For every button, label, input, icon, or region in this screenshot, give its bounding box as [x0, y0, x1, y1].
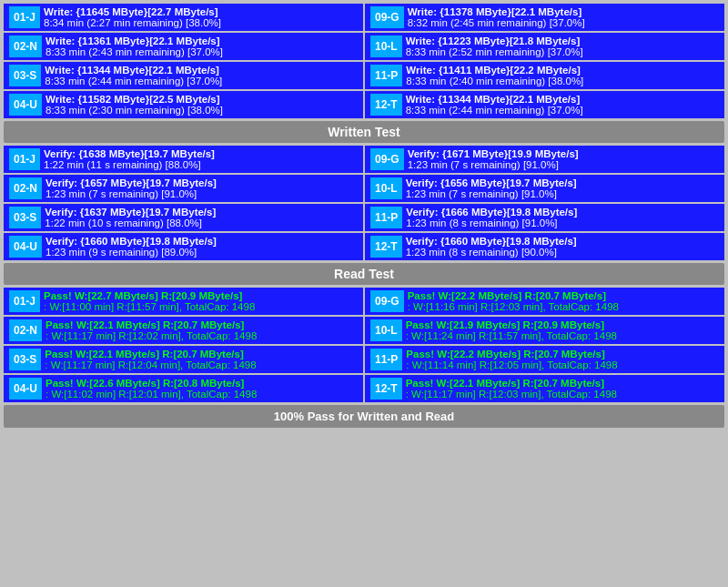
drive-cell: 11-PWrite: {11411 MByte}[22.2 MByte/s]8:… [365, 62, 724, 89]
written-test-header: Written Test [4, 121, 724, 143]
drive-cell: 11-PVerify: {1666 MByte}[19.8 MByte/s]1:… [365, 204, 724, 231]
drive-cell: 12-TPass! W:[22.1 MByte/s] R:[20.7 MByte… [365, 375, 724, 402]
cell-row: 01-JVerify: {1638 MByte}[19.7 MByte/s]1:… [9, 148, 358, 170]
drive-cell: 12-TWrite: {11344 MByte}[22.1 MByte/s]8:… [365, 91, 724, 118]
cell-line2: : W:[11:17 min] R:[12:03 min], TotalCap:… [406, 389, 719, 400]
cell-line1: Verify: {1657 MByte}[19.7 MByte/s] [46, 177, 358, 188]
drive-cell: 04-UPass! W:[22.6 MByte/s] R:[20.8 MByte… [4, 375, 363, 402]
cell-content: Verify: {1637 MByte}[19.7 MByte/s]1:22 m… [45, 207, 358, 228]
device-label: 03-S [9, 207, 41, 228]
cell-content: Pass! W:[22.1 MByte/s] R:[20.7 MByte/s]:… [46, 319, 358, 341]
cell-line1: Verify: {1671 MByte}[19.9 MByte/s] [408, 148, 719, 159]
device-label: 02-N [9, 319, 42, 341]
device-label: 10-L [370, 319, 402, 341]
device-label: 01-J [9, 148, 40, 170]
write-grid: 01-JWrite: {11645 MByte}[22.7 MByte/s]8:… [4, 4, 724, 118]
device-label: 10-L [370, 35, 402, 57]
device-label: 04-U [9, 236, 42, 258]
drive-cell: 03-SVerify: {1637 MByte}[19.7 MByte/s]1:… [4, 204, 363, 231]
device-label: 03-S [9, 349, 41, 370]
cell-content: Write: {11344 MByte}[22.1 MByte/s]8:33 m… [45, 65, 358, 86]
cell-line1: Pass! W:[21.9 MByte/s] R:[20.9 MByte/s] [406, 319, 719, 330]
cell-content: Verify: {1638 MByte}[19.7 MByte/s]1:22 m… [44, 148, 358, 170]
drive-cell: 02-NPass! W:[22.1 MByte/s] R:[20.7 MByte… [4, 317, 363, 344]
cell-content: Verify: {1656 MByte}[19.7 MByte/s]1:23 m… [406, 177, 719, 199]
cell-line1: Pass! W:[22.6 MByte/s] R:[20.8 MByte/s] [46, 378, 358, 389]
read-test-header: Read Test [4, 263, 724, 285]
cell-content: Pass! W:[22.7 MByte/s] R:[20.9 MByte/s]:… [44, 290, 358, 312]
write-section: 01-JWrite: {11645 MByte}[22.7 MByte/s]8:… [4, 4, 724, 118]
cell-line2: 1:22 min (10 s remaining) [88.0%] [45, 218, 358, 228]
cell-row: 03-SPass! W:[22.1 MByte/s] R:[20.7 MByte… [9, 349, 358, 370]
cell-line2: 1:22 min (11 s remaining) [88.0%] [44, 159, 358, 170]
drive-cell: 04-UVerify: {1660 MByte}[19.8 MByte/s]1:… [4, 233, 363, 260]
device-label: 11-P [370, 65, 402, 86]
cell-line2: : W:[11:17 min] R:[12:02 min], TotalCap:… [46, 330, 358, 341]
cell-line1: Pass! W:[22.7 MByte/s] R:[20.9 MByte/s] [44, 290, 358, 301]
verify-section: 01-JVerify: {1638 MByte}[19.7 MByte/s]1:… [4, 146, 724, 260]
cell-content: Write: {11223 MByte}[21.8 MByte/s]8:33 m… [406, 35, 719, 57]
drive-cell: 01-JWrite: {11645 MByte}[22.7 MByte/s]8:… [4, 4, 363, 31]
cell-line1: Write: {11344 MByte}[22.1 MByte/s] [45, 65, 358, 76]
cell-line2: 1:23 min (7 s remaining) [91.0%] [46, 188, 358, 199]
cell-line1: Verify: {1660 MByte}[19.8 MByte/s] [46, 236, 358, 247]
cell-content: Pass! W:[22.2 MByte/s] R:[20.7 MByte/s]:… [408, 290, 719, 312]
cell-line1: Verify: {1638 MByte}[19.7 MByte/s] [44, 148, 358, 159]
cell-line1: Verify: {1660 MByte}[19.8 MByte/s] [406, 236, 719, 247]
drive-cell: 10-LWrite: {11223 MByte}[21.8 MByte/s]8:… [365, 33, 724, 60]
cell-content: Write: {11582 MByte}[22.5 MByte/s]8:33 m… [46, 94, 358, 116]
device-label: 01-J [9, 6, 40, 28]
drive-cell: 09-GWrite: {11378 MByte}[22.1 MByte/s]8:… [365, 4, 724, 31]
cell-row: 04-UVerify: {1660 MByte}[19.8 MByte/s]1:… [9, 236, 358, 258]
cell-row: 09-GVerify: {1671 MByte}[19.9 MByte/s]1:… [370, 148, 719, 170]
cell-row: 02-NWrite: {11361 MByte}[22.1 MByte/s]8:… [9, 35, 358, 57]
cell-line2: : W:[11:17 min] R:[12:04 min], TotalCap:… [45, 359, 358, 370]
cell-line2: 8:32 min (2:45 min remaining) [37.0%] [408, 17, 719, 28]
cell-content: Write: {11411 MByte}[22.2 MByte/s]8:33 m… [406, 65, 719, 86]
verify-grid: 01-JVerify: {1638 MByte}[19.7 MByte/s]1:… [4, 146, 724, 260]
drive-cell: 04-UWrite: {11582 MByte}[22.5 MByte/s]8:… [4, 91, 363, 118]
cell-content: Verify: {1666 MByte}[19.8 MByte/s]1:23 m… [406, 207, 719, 228]
cell-row: 04-UPass! W:[22.6 MByte/s] R:[20.8 MByte… [9, 378, 358, 400]
cell-line1: Verify: {1666 MByte}[19.8 MByte/s] [406, 207, 719, 218]
device-label: 01-J [9, 290, 40, 312]
cell-line2: 1:23 min (7 s remaining) [91.0%] [408, 159, 719, 170]
cell-line2: 8:34 min (2:27 min remaining) [38.0%] [44, 17, 358, 28]
cell-content: Verify: {1657 MByte}[19.7 MByte/s]1:23 m… [46, 177, 358, 199]
device-label: 09-G [370, 6, 404, 28]
drive-cell: 10-LVerify: {1656 MByte}[19.7 MByte/s]1:… [365, 175, 724, 202]
cell-content: Verify: {1671 MByte}[19.9 MByte/s]1:23 m… [408, 148, 719, 170]
cell-line2: : W:[11:00 min] R:[11:57 min], TotalCap:… [44, 301, 358, 312]
cell-line1: Write: {11361 MByte}[22.1 MByte/s] [46, 35, 358, 46]
cell-row: 09-GWrite: {11378 MByte}[22.1 MByte/s]8:… [370, 6, 719, 28]
cell-line2: : W:[11:24 min] R:[11:57 min], TotalCap:… [406, 330, 719, 341]
cell-content: Verify: {1660 MByte}[19.8 MByte/s]1:23 m… [46, 236, 358, 258]
device-label: 09-G [370, 148, 404, 170]
cell-line2: 1:23 min (8 s remaining) [91.0%] [406, 218, 719, 228]
cell-row: 11-PWrite: {11411 MByte}[22.2 MByte/s]8:… [370, 65, 719, 86]
cell-line2: 8:33 min (2:43 min remaining) [37.0%] [46, 46, 358, 57]
drive-cell: 09-GPass! W:[22.2 MByte/s] R:[20.7 MByte… [365, 288, 724, 315]
cell-row: 09-GPass! W:[22.2 MByte/s] R:[20.7 MByte… [370, 290, 719, 312]
cell-content: Pass! W:[22.1 MByte/s] R:[20.7 MByte/s]:… [406, 378, 719, 400]
drive-cell: 03-SPass! W:[22.1 MByte/s] R:[20.7 MByte… [4, 346, 363, 373]
cell-line2: : W:[11:14 min] R:[12:05 min], TotalCap:… [406, 359, 719, 370]
cell-line2: 8:33 min (2:44 min remaining) [37.0%] [45, 76, 358, 86]
drive-cell: 02-NWrite: {11361 MByte}[22.1 MByte/s]8:… [4, 33, 363, 60]
device-label: 11-P [370, 349, 402, 370]
cell-line1: Pass! W:[22.2 MByte/s] R:[20.7 MByte/s] [406, 349, 719, 359]
cell-row: 10-LWrite: {11223 MByte}[21.8 MByte/s]8:… [370, 35, 719, 57]
cell-line1: Write: {11411 MByte}[22.2 MByte/s] [406, 65, 719, 76]
cell-line1: Verify: {1637 MByte}[19.7 MByte/s] [45, 207, 358, 218]
device-label: 02-N [9, 177, 42, 199]
cell-row: 02-NPass! W:[22.1 MByte/s] R:[20.7 MByte… [9, 319, 358, 341]
cell-line1: Verify: {1656 MByte}[19.7 MByte/s] [406, 177, 719, 188]
cell-line1: Write: {11344 MByte}[22.1 MByte/s] [406, 94, 719, 105]
drive-cell: 01-JVerify: {1638 MByte}[19.7 MByte/s]1:… [4, 146, 363, 173]
read-grid: 01-JPass! W:[22.7 MByte/s] R:[20.9 MByte… [4, 288, 724, 402]
drive-cell: 09-GVerify: {1671 MByte}[19.9 MByte/s]1:… [365, 146, 724, 173]
cell-row: 04-UWrite: {11582 MByte}[22.5 MByte/s]8:… [9, 94, 358, 116]
cell-content: Write: {11645 MByte}[22.7 MByte/s]8:34 m… [44, 6, 358, 28]
cell-content: Pass! W:[22.6 MByte/s] R:[20.8 MByte/s]:… [46, 378, 358, 400]
cell-row: 02-NVerify: {1657 MByte}[19.7 MByte/s]1:… [9, 177, 358, 199]
